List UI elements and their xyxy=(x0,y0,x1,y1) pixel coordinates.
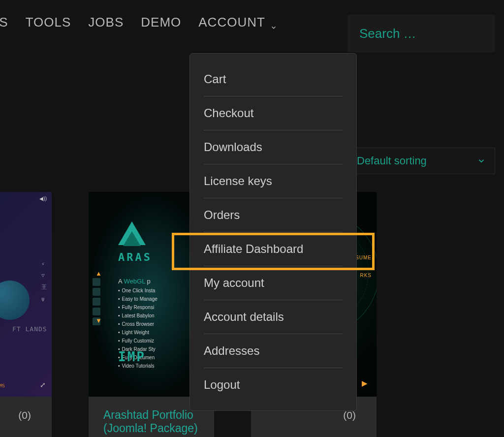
product-card[interactable]: ◀)) opers, and IT tutorials, and s, shta… xyxy=(0,192,52,437)
product-footer: (0) xyxy=(0,397,52,437)
brand-text: ARAS xyxy=(118,251,152,263)
expand-icon[interactable]: ⤢ xyxy=(40,381,46,389)
top-navigation: SS TOOLS JOBS DEMO ACCOUNT xyxy=(0,0,504,45)
works-label: RKS xyxy=(360,273,372,278)
arrow-up-icon: ▲ xyxy=(95,270,102,277)
nav-item-tools[interactable]: TOOLS xyxy=(26,15,71,30)
symbol: ψ xyxy=(41,296,47,302)
dropdown-item-orders[interactable]: Orders xyxy=(204,198,343,232)
search-input[interactable] xyxy=(359,26,504,41)
side-icon xyxy=(93,308,100,315)
dropdown-item-account-details[interactable]: Account details xyxy=(204,300,343,334)
dropdown-item-logout[interactable]: Logout xyxy=(204,368,343,402)
nav-item-partial[interactable]: SS xyxy=(0,15,8,30)
sort-select[interactable]: Default sorting xyxy=(347,148,495,174)
search-box[interactable] xyxy=(347,15,495,52)
dropdown-item-checkout[interactable]: Checkout xyxy=(204,96,343,130)
side-icon xyxy=(93,278,100,286)
nav-item-jobs[interactable]: JOBS xyxy=(88,15,124,30)
dropdown-item-my-account[interactable]: My account xyxy=(204,266,343,300)
chevron-down-icon xyxy=(270,19,277,26)
product-title[interactable]: Arashtad Portfolio (Joomla! Package) xyxy=(103,408,204,435)
rating-count: (0) xyxy=(18,409,42,421)
dropdown-item-cart[interactable]: Cart xyxy=(204,62,343,96)
dropdown-item-license-keys[interactable]: License keys xyxy=(204,164,343,198)
play-icon[interactable]: ▶ xyxy=(362,379,368,388)
arrow-down-icon: ▼ xyxy=(95,317,102,324)
nav-item-account[interactable]: ACCOUNT xyxy=(198,15,277,30)
rating-count: (0) xyxy=(343,409,367,421)
account-dropdown: Cart Checkout Downloads License keys Ord… xyxy=(189,53,357,411)
dropdown-item-affiliate-dashboard[interactable]: Affiliate Dashboard xyxy=(204,232,343,266)
nav-item-demo[interactable]: DEMO xyxy=(141,15,181,30)
cms-version: V.1.0.0 ARASHTAD CMS xyxy=(0,378,5,389)
sort-label: Default sorting xyxy=(357,155,427,167)
brand-logo-icon xyxy=(118,221,146,245)
imp-label: IMP xyxy=(118,349,146,364)
dropdown-item-addresses[interactable]: Addresses xyxy=(204,334,343,368)
account-label: ACCOUNT xyxy=(198,15,265,30)
dropdown-item-downloads[interactable]: Downloads xyxy=(204,130,343,164)
symbol: ⚡ xyxy=(41,261,47,267)
symbol: ▽ xyxy=(41,272,47,279)
side-icon xyxy=(93,298,100,306)
side-icon xyxy=(93,288,100,296)
symbol: 王 xyxy=(41,283,47,291)
symbol-column: ⚡ ▽ 王 ψ xyxy=(41,261,47,302)
volume-icon: ◀)) xyxy=(39,196,47,201)
product-thumbnail: ◀)) opers, and IT tutorials, and s, shta… xyxy=(0,192,52,397)
globe-icon xyxy=(0,281,30,320)
webgl-tagline: A WebGL p xyxy=(118,278,151,285)
chevron-down-icon xyxy=(477,156,486,165)
nft-label: FT LANDS xyxy=(12,325,47,333)
